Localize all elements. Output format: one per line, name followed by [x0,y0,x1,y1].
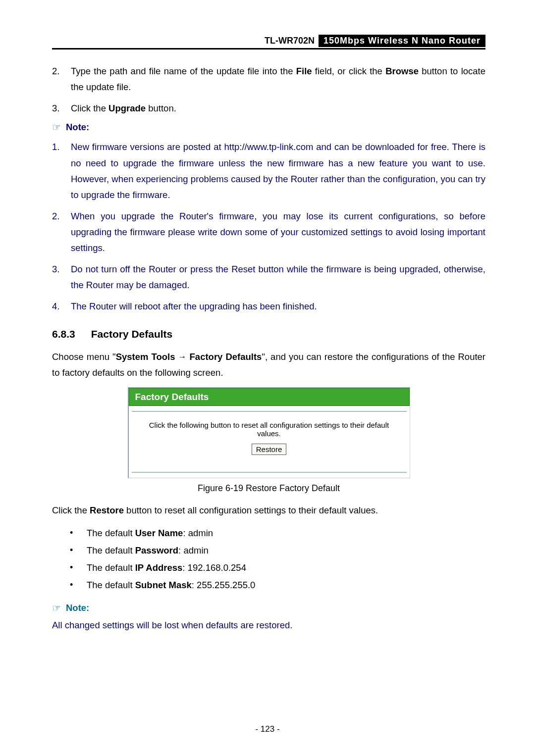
list-text: Type the path and file name of the updat… [71,63,485,96]
bold-text: Restore [90,505,124,515]
text: The default [87,580,135,590]
list-text: Do not turn off the Router or press the … [71,261,485,294]
list-text: The default Password: admin [87,542,209,559]
defaults-list: The default User Name: admin The default… [70,524,485,594]
list-marker: 1. [52,139,71,203]
section-intro: Choose menu "System Tools → Factory Defa… [52,349,485,381]
bold-text: System Tools [116,352,175,362]
list-text: New firmware versions are posted at http… [71,139,485,203]
page-header: TL-WR702N 150Mbps Wireless N Nano Router [52,35,485,47]
page-number: - 123 - [0,724,535,734]
note-heading: ☞ Note: [52,602,485,614]
text: button to reset all configuration settin… [124,505,378,515]
text: The default [87,528,135,538]
list-item: The default Password: admin [70,542,485,559]
text: button. [148,103,176,113]
bold-text: IP Address [135,562,183,573]
list-item: 4. The Router will reboot after the upgr… [52,299,485,314]
pointing-hand-icon: ☞ [52,602,61,614]
panel-separator [132,472,407,473]
text: field, or click the [315,66,385,76]
bold-text: Password [135,545,178,555]
header-rule [52,48,485,50]
bold-text: Factory Defaults [190,352,262,362]
text: : admin [178,545,209,555]
panel-body: Click the following button to reset all … [129,417,410,467]
list-marker: 2. [52,208,71,256]
upgrade-steps: 2. Type the path and file name of the up… [52,63,485,116]
text: Type the path and file name of the updat… [71,66,296,76]
list-marker: 3. [52,261,71,294]
restore-paragraph: Click the Restore button to reset all co… [52,503,485,518]
bold-text: File [296,66,312,76]
bold-text: Browse [385,66,419,76]
factory-defaults-panel: Factory Defaults Click the following but… [128,387,410,478]
header-description: 150Mbps Wireless N Nano Router [319,35,485,47]
pointing-hand-icon: ☞ [52,121,61,133]
restore-button[interactable]: Restore [252,444,287,455]
figure-wrap: Factory Defaults Click the following but… [52,387,485,478]
list-text: When you upgrade the Router's firmware, … [71,208,485,256]
text: : 192.168.0.254 [182,562,246,573]
page: TL-WR702N 150Mbps Wireless N Nano Router… [0,0,535,631]
note-heading: ☞ Note: [52,121,485,133]
arrow-icon: → [178,350,187,364]
list-text: The default Subnet Mask: 255.255.255.0 [87,576,255,594]
panel-title: Factory Defaults [129,388,410,406]
figure-caption: Figure 6-19 Restore Factory Default [52,483,485,494]
list-item: 2. Type the path and file name of the up… [52,63,485,96]
list-item: 3. Do not turn off the Router or press t… [52,261,485,294]
list-item: The default IP Address: 192.168.0.254 [70,559,485,576]
section-title: Factory Defaults [91,328,173,340]
bold-text: Subnet Mask [135,580,192,590]
list-text: The default IP Address: 192.168.0.254 [87,559,246,576]
list-item: 2. When you upgrade the Router's firmwar… [52,208,485,256]
list-marker: 2. [52,63,71,96]
text: The default [87,562,135,573]
list-text: Click the Upgrade button. [71,101,485,116]
text: : 255.255.255.0 [192,580,256,590]
list-marker: 4. [52,299,71,314]
panel-separator [132,411,407,412]
list-text: The Router will reboot after the upgradi… [71,299,485,314]
section-number: 6.8.3 [52,328,75,340]
note-list: 1. New firmware versions are posted at h… [52,139,485,314]
header-model: TL-WR702N [261,35,319,47]
list-item: The default Subnet Mask: 255.255.255.0 [70,576,485,594]
list-text: The default User Name: admin [87,524,213,542]
note-label: Note: [66,603,89,613]
text: Click the [52,505,90,515]
text: Click the [71,103,108,113]
note-label: Note: [66,122,89,133]
list-item: The default User Name: admin [70,524,485,542]
text: The default [87,545,135,555]
list-item: 3. Click the Upgrade button. [52,101,485,116]
list-marker: 3. [52,101,71,116]
bold-text: Upgrade [108,103,146,113]
footnote-text: All changed settings will be lost when d… [52,620,485,631]
text: : admin [183,528,213,538]
list-item: 1. New firmware versions are posted at h… [52,139,485,203]
text: Choose menu " [52,352,116,362]
panel-body-text: Click the following button to reset all … [139,421,400,438]
section-heading: 6.8.3 Factory Defaults [52,328,485,340]
bold-text: User Name [135,528,183,538]
